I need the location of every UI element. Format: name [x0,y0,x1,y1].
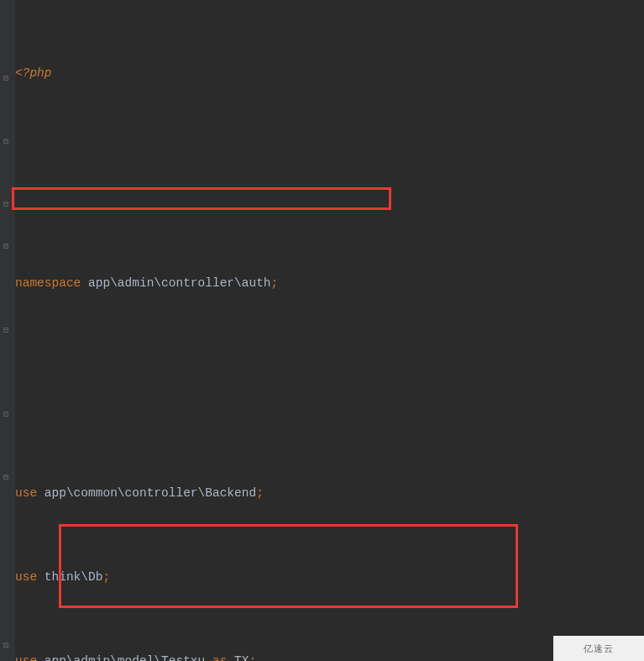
semicolon: ; [256,483,264,504]
semicolon: ; [271,273,279,294]
as-kw: as [212,651,227,661]
watermark: 亿速云 [553,636,644,661]
php-open-tag: <?php [15,63,52,84]
fold-icon[interactable]: ⊟ [3,236,12,244]
fold-icon[interactable]: ⊡ [3,404,12,412]
fold-icon[interactable]: ⊟ [3,68,12,76]
namespace-kw: namespace [15,273,81,294]
use-path-3: app\admin\model\Testxu [45,651,205,661]
semicolon: ; [249,651,256,661]
fold-icon[interactable]: ⊟ [3,320,12,328]
use-path-1: app\common\controller\Backend [45,483,256,504]
use-kw: use [15,651,37,661]
use-alias: TX [234,651,249,661]
use-kw: use [15,567,37,588]
fold-icon[interactable]: ⊟ [3,131,12,139]
use-path-2: think\Db [45,567,103,588]
semicolon: ; [102,567,110,588]
fold-icon[interactable]: ⊟ [3,467,12,475]
code-editor[interactable]: <?php namespace app\admin\controller\aut… [15,0,644,661]
fold-icon[interactable]: ⊟ [3,194,12,202]
use-kw: use [15,483,37,504]
gutter: ⊟ ⊟ ⊟ ⊟ ⊟ ⊡ ⊟ ⊡ [0,0,15,661]
namespace-path: app\admin\controller\auth [88,273,271,294]
fold-icon[interactable]: ⊡ [3,635,12,643]
